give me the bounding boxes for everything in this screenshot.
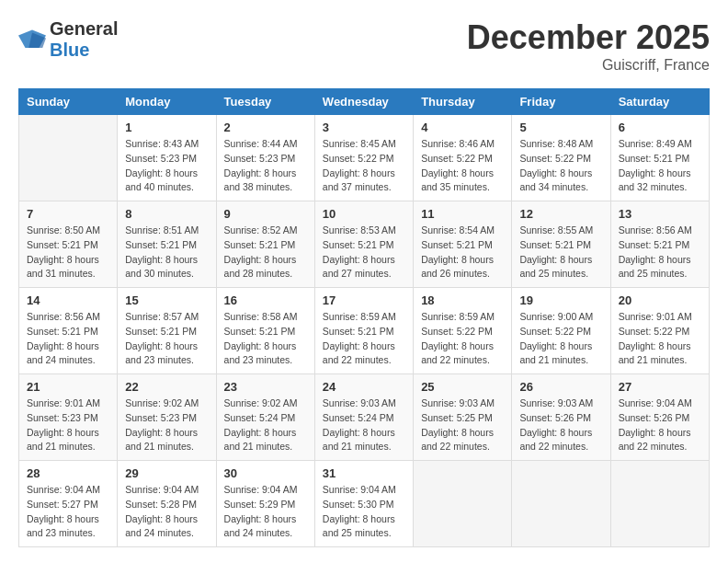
calendar-cell: 5Sunrise: 8:48 AMSunset: 5:22 PMDaylight… (512, 115, 610, 201)
day-number: 4 (421, 121, 504, 134)
calendar-week-4: 21Sunrise: 9:01 AMSunset: 5:23 PMDayligh… (19, 374, 710, 461)
day-number: 2 (224, 121, 307, 134)
day-number: 7 (27, 207, 109, 221)
col-header-tuesday: Tuesday (216, 89, 314, 115)
day-number: 30 (224, 466, 307, 480)
day-number: 25 (421, 380, 504, 394)
calendar-cell: 8Sunrise: 8:51 AMSunset: 5:21 PMDaylight… (118, 201, 216, 288)
page-header: General Blue December 2025 Guiscriff, Fr… (18, 18, 710, 74)
day-info: Sunrise: 8:52 AMSunset: 5:21 PMDaylight:… (224, 224, 307, 282)
day-info: Sunrise: 8:44 AMSunset: 5:23 PMDaylight:… (224, 137, 307, 195)
day-number: 9 (224, 207, 307, 221)
calendar-cell: 21Sunrise: 9:01 AMSunset: 5:23 PMDayligh… (19, 374, 118, 461)
month-title: December 2025 (467, 18, 710, 57)
calendar-cell: 1Sunrise: 8:43 AMSunset: 5:23 PMDaylight… (118, 115, 216, 201)
day-info: Sunrise: 8:46 AMSunset: 5:22 PMDaylight:… (421, 137, 504, 195)
calendar-cell: 10Sunrise: 8:53 AMSunset: 5:21 PMDayligh… (314, 201, 413, 288)
calendar-header-row: SundayMondayTuesdayWednesdayThursdayFrid… (19, 89, 710, 115)
day-number: 5 (519, 121, 602, 134)
logo: General Blue (18, 18, 118, 61)
calendar-cell: 25Sunrise: 9:03 AMSunset: 5:25 PMDayligh… (414, 374, 512, 461)
day-info: Sunrise: 9:00 AMSunset: 5:22 PMDaylight:… (519, 310, 602, 368)
calendar-cell: 6Sunrise: 8:49 AMSunset: 5:21 PMDaylight… (610, 115, 709, 201)
day-number: 31 (323, 466, 405, 480)
calendar-cell: 2Sunrise: 8:44 AMSunset: 5:23 PMDaylight… (216, 115, 314, 201)
day-number: 28 (27, 466, 109, 480)
day-number: 11 (421, 207, 504, 221)
day-info: Sunrise: 8:58 AMSunset: 5:21 PMDaylight:… (224, 310, 307, 368)
calendar-cell (512, 461, 610, 547)
col-header-thursday: Thursday (414, 89, 512, 115)
calendar-cell (19, 115, 118, 201)
day-number: 18 (421, 293, 504, 307)
calendar-cell: 7Sunrise: 8:50 AMSunset: 5:21 PMDaylight… (19, 201, 118, 288)
day-number: 24 (323, 380, 405, 394)
day-number: 20 (619, 293, 701, 307)
day-info: Sunrise: 9:04 AMSunset: 5:26 PMDaylight:… (619, 396, 701, 454)
calendar-cell: 14Sunrise: 8:56 AMSunset: 5:21 PMDayligh… (19, 288, 118, 374)
calendar-cell: 17Sunrise: 8:59 AMSunset: 5:21 PMDayligh… (314, 288, 413, 374)
day-info: Sunrise: 9:04 AMSunset: 5:28 PMDaylight:… (125, 483, 208, 541)
calendar-cell (610, 461, 709, 547)
calendar-week-3: 14Sunrise: 8:56 AMSunset: 5:21 PMDayligh… (19, 288, 710, 374)
day-info: Sunrise: 9:01 AMSunset: 5:22 PMDaylight:… (619, 310, 701, 368)
day-info: Sunrise: 8:59 AMSunset: 5:22 PMDaylight:… (421, 310, 504, 368)
logo-icon (18, 29, 46, 51)
calendar-week-2: 7Sunrise: 8:50 AMSunset: 5:21 PMDaylight… (19, 201, 710, 288)
col-header-wednesday: Wednesday (314, 89, 413, 115)
location: Guiscriff, France (467, 57, 710, 74)
day-number: 16 (224, 293, 307, 307)
col-header-sunday: Sunday (19, 89, 118, 115)
day-info: Sunrise: 8:56 AMSunset: 5:21 PMDaylight:… (27, 310, 109, 368)
calendar-table: SundayMondayTuesdayWednesdayThursdayFrid… (18, 88, 710, 547)
day-number: 13 (619, 207, 701, 221)
col-header-friday: Friday (512, 89, 610, 115)
calendar-cell: 4Sunrise: 8:46 AMSunset: 5:22 PMDaylight… (414, 115, 512, 201)
day-number: 12 (519, 207, 602, 221)
day-info: Sunrise: 8:54 AMSunset: 5:21 PMDaylight:… (421, 224, 504, 282)
calendar-cell: 11Sunrise: 8:54 AMSunset: 5:21 PMDayligh… (414, 201, 512, 288)
day-number: 27 (619, 380, 701, 394)
calendar-cell: 9Sunrise: 8:52 AMSunset: 5:21 PMDaylight… (216, 201, 314, 288)
day-number: 29 (125, 466, 208, 480)
day-info: Sunrise: 9:03 AMSunset: 5:26 PMDaylight:… (519, 396, 602, 454)
calendar-week-5: 28Sunrise: 9:04 AMSunset: 5:27 PMDayligh… (19, 461, 710, 547)
calendar-week-1: 1Sunrise: 8:43 AMSunset: 5:23 PMDaylight… (19, 115, 710, 201)
calendar-cell: 24Sunrise: 9:03 AMSunset: 5:24 PMDayligh… (314, 374, 413, 461)
day-number: 17 (323, 293, 405, 307)
calendar-cell: 12Sunrise: 8:55 AMSunset: 5:21 PMDayligh… (512, 201, 610, 288)
day-number: 6 (619, 121, 701, 134)
day-info: Sunrise: 8:56 AMSunset: 5:21 PMDaylight:… (619, 224, 701, 282)
day-number: 21 (27, 380, 109, 394)
calendar-cell (414, 461, 512, 547)
day-info: Sunrise: 8:49 AMSunset: 5:21 PMDaylight:… (619, 137, 701, 195)
calendar-cell: 20Sunrise: 9:01 AMSunset: 5:22 PMDayligh… (610, 288, 709, 374)
logo-blue: Blue (50, 40, 89, 60)
calendar-cell: 28Sunrise: 9:04 AMSunset: 5:27 PMDayligh… (19, 461, 118, 547)
calendar-cell: 22Sunrise: 9:02 AMSunset: 5:23 PMDayligh… (118, 374, 216, 461)
day-info: Sunrise: 8:53 AMSunset: 5:21 PMDaylight:… (323, 224, 405, 282)
calendar-cell: 30Sunrise: 9:04 AMSunset: 5:29 PMDayligh… (216, 461, 314, 547)
calendar-cell: 16Sunrise: 8:58 AMSunset: 5:21 PMDayligh… (216, 288, 314, 374)
col-header-saturday: Saturday (610, 89, 709, 115)
day-number: 22 (125, 380, 208, 394)
calendar-cell: 19Sunrise: 9:00 AMSunset: 5:22 PMDayligh… (512, 288, 610, 374)
day-number: 3 (323, 121, 405, 134)
calendar-cell: 18Sunrise: 8:59 AMSunset: 5:22 PMDayligh… (414, 288, 512, 374)
day-number: 19 (519, 293, 602, 307)
day-info: Sunrise: 8:51 AMSunset: 5:21 PMDaylight:… (125, 224, 208, 282)
day-info: Sunrise: 8:55 AMSunset: 5:21 PMDaylight:… (519, 224, 602, 282)
calendar-cell: 15Sunrise: 8:57 AMSunset: 5:21 PMDayligh… (118, 288, 216, 374)
day-info: Sunrise: 9:02 AMSunset: 5:23 PMDaylight:… (125, 396, 208, 454)
calendar-cell: 31Sunrise: 9:04 AMSunset: 5:30 PMDayligh… (314, 461, 413, 547)
day-number: 14 (27, 293, 109, 307)
day-info: Sunrise: 8:45 AMSunset: 5:22 PMDaylight:… (323, 137, 405, 195)
day-number: 10 (323, 207, 405, 221)
calendar-cell: 27Sunrise: 9:04 AMSunset: 5:26 PMDayligh… (610, 374, 709, 461)
day-number: 8 (125, 207, 208, 221)
title-block: December 2025 Guiscriff, France (467, 18, 710, 74)
logo-general: General (50, 18, 118, 39)
calendar-cell: 3Sunrise: 8:45 AMSunset: 5:22 PMDaylight… (314, 115, 413, 201)
day-info: Sunrise: 8:50 AMSunset: 5:21 PMDaylight:… (27, 224, 109, 282)
calendar-cell: 23Sunrise: 9:02 AMSunset: 5:24 PMDayligh… (216, 374, 314, 461)
